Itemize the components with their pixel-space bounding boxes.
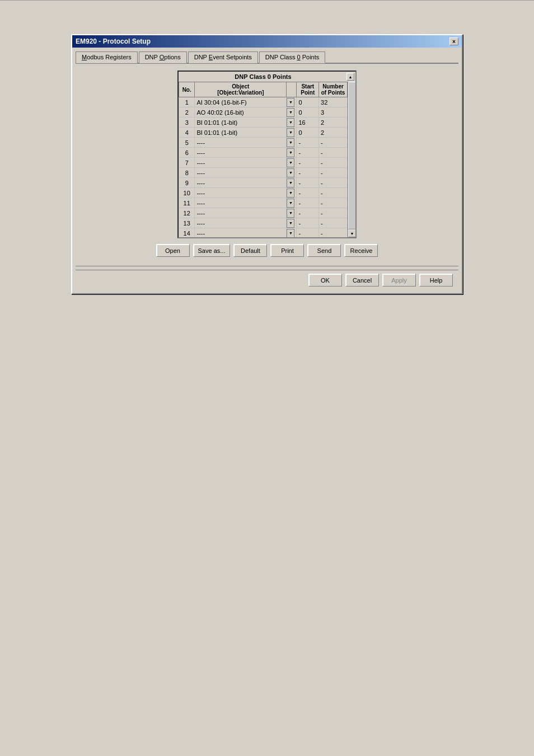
table-row[interactable]: 3 BI 01:01 (1-bit) ▼ 16 2	[179, 118, 348, 128]
table-row[interactable]: 5 ---- ▼ - -	[179, 138, 348, 148]
cell-object-7[interactable]: ----	[195, 158, 287, 168]
table-row[interactable]: 4 BI 01:01 (1-bit) ▼ 0 2	[179, 128, 348, 138]
cell-start-3[interactable]: 16	[297, 118, 319, 128]
cell-start-6[interactable]: -	[297, 148, 319, 158]
cell-no-3: 3	[179, 118, 195, 128]
cell-number-3[interactable]: 2	[319, 118, 348, 128]
cell-start-5[interactable]: -	[297, 138, 319, 148]
cell-dropdown-2[interactable]: ▼	[287, 107, 297, 118]
cell-dropdown-4[interactable]: ▼	[287, 128, 297, 138]
cell-no-2: 2	[179, 107, 195, 118]
cell-dropdown-11[interactable]: ▼	[287, 198, 297, 208]
cell-object-6[interactable]: ----	[195, 148, 287, 158]
table-row[interactable]: 2 AO 40:02 (16-bit) ▼ 0 3	[179, 107, 348, 118]
table-row[interactable]: 11 ---- ▼ - -	[179, 198, 348, 208]
cell-object-10[interactable]: ----	[195, 188, 287, 198]
tab-modbus-label: Modbus Registers	[82, 54, 132, 60]
cell-no-6: 6	[179, 148, 195, 158]
table-row[interactable]: 12 ---- ▼ - -	[179, 208, 348, 218]
table-row[interactable]: 8 ---- ▼ - -	[179, 168, 348, 178]
cell-object-4[interactable]: BI 01:01 (1-bit)	[195, 128, 287, 138]
cell-number-4[interactable]: 2	[319, 128, 348, 138]
cell-start-11[interactable]: -	[297, 198, 319, 208]
cell-no-8: 8	[179, 168, 195, 178]
footer-buttons: OK Cancel Apply Help	[76, 270, 458, 290]
table-row[interactable]: 1 AI 30:04 (16-bit-F) ▼ 0 32	[179, 97, 348, 107]
cell-number-9[interactable]: -	[319, 178, 348, 188]
cell-number-14[interactable]: -	[319, 228, 348, 238]
send-button[interactable]: Send	[307, 244, 341, 257]
cell-no-11: 11	[179, 198, 195, 208]
open-button[interactable]: Open	[156, 244, 190, 257]
receive-button[interactable]: Receive	[344, 244, 378, 257]
table-row[interactable]: 7 ---- ▼ - -	[179, 158, 348, 168]
table-row[interactable]: 9 ---- ▼ - -	[179, 178, 348, 188]
cell-start-13[interactable]: -	[297, 218, 319, 228]
cell-start-4[interactable]: 0	[297, 128, 319, 138]
cell-start-9[interactable]: -	[297, 178, 319, 188]
cell-start-12[interactable]: -	[297, 208, 319, 218]
cell-start-2[interactable]: 0	[297, 107, 319, 118]
cell-dropdown-13[interactable]: ▼	[287, 218, 297, 228]
close-button[interactable]: ×	[449, 37, 458, 45]
cell-object-1[interactable]: AI 30:04 (16-bit-F)	[195, 97, 287, 107]
cell-dropdown-5[interactable]: ▼	[287, 138, 297, 148]
print-button[interactable]: Print	[270, 244, 304, 257]
cell-dropdown-1[interactable]: ▼	[287, 97, 297, 107]
tab-dnp-options[interactable]: DNP Options	[139, 51, 187, 63]
scroll-up-button[interactable]: ▲	[346, 73, 354, 81]
cell-start-14[interactable]: -	[297, 228, 319, 238]
cell-no-1: 1	[179, 97, 195, 107]
cell-dropdown-12[interactable]: ▼	[287, 208, 297, 218]
cell-dropdown-9[interactable]: ▼	[287, 178, 297, 188]
cell-dropdown-8[interactable]: ▼	[287, 168, 297, 178]
cell-object-9[interactable]: ----	[195, 178, 287, 188]
cell-number-2[interactable]: 3	[319, 107, 348, 118]
cell-number-6[interactable]: -	[319, 148, 348, 158]
cell-number-11[interactable]: -	[319, 198, 348, 208]
help-button[interactable]: Help	[419, 274, 453, 287]
cell-object-5[interactable]: ----	[195, 138, 287, 148]
cell-no-5: 5	[179, 138, 195, 148]
cell-start-7[interactable]: -	[297, 158, 319, 168]
cell-number-8[interactable]: -	[319, 168, 348, 178]
ok-button[interactable]: OK	[308, 274, 342, 287]
cell-start-8[interactable]: -	[297, 168, 319, 178]
cell-object-11[interactable]: ----	[195, 198, 287, 208]
tab-modbus-registers[interactable]: Modbus Registers	[76, 51, 138, 63]
cell-number-5[interactable]: -	[319, 138, 348, 148]
cancel-button[interactable]: Cancel	[345, 274, 379, 287]
table-row[interactable]: 14 ---- ▼ - -	[179, 228, 348, 238]
default-button[interactable]: Default	[233, 244, 267, 257]
col-header-start: Start Point	[297, 82, 319, 97]
table-row[interactable]: 13 ---- ▼ - -	[179, 218, 348, 228]
cell-number-12[interactable]: -	[319, 208, 348, 218]
cell-object-2[interactable]: AO 40:02 (16-bit)	[195, 107, 287, 118]
tab-dnp-class0-points[interactable]: DNP Class 0 Points	[259, 51, 325, 63]
scroll-down-button[interactable]: ▼	[348, 229, 356, 237]
cell-object-14[interactable]: ----	[195, 228, 287, 238]
cell-no-12: 12	[179, 208, 195, 218]
apply-button[interactable]: Apply	[382, 274, 416, 287]
cell-dropdown-7[interactable]: ▼	[287, 158, 297, 168]
cell-start-1[interactable]: 0	[297, 97, 319, 107]
cell-dropdown-10[interactable]: ▼	[287, 188, 297, 198]
cell-object-3[interactable]: BI 01:01 (1-bit)	[195, 118, 287, 128]
cell-number-7[interactable]: -	[319, 158, 348, 168]
table-row[interactable]: 10 ---- ▼ - -	[179, 188, 348, 198]
cell-dropdown-3[interactable]: ▼	[287, 118, 297, 128]
cell-object-12[interactable]: ----	[195, 208, 287, 218]
table-row[interactable]: 6 ---- ▼ - -	[179, 148, 348, 158]
tab-dnp-event-setpoints[interactable]: DNP Event Setpoints	[188, 51, 258, 63]
save-as-button[interactable]: Save as...	[193, 244, 231, 257]
cell-dropdown-6[interactable]: ▼	[287, 148, 297, 158]
content-area: DNP Class 0 Points ▲ No.	[76, 68, 458, 266]
col-header-number: Number of Points	[319, 82, 348, 97]
cell-start-10[interactable]: -	[297, 188, 319, 198]
cell-number-10[interactable]: -	[319, 188, 348, 198]
cell-object-13[interactable]: ----	[195, 218, 287, 228]
cell-dropdown-14[interactable]: ▼	[287, 228, 297, 238]
cell-number-1[interactable]: 32	[319, 97, 348, 107]
cell-number-13[interactable]: -	[319, 218, 348, 228]
cell-object-8[interactable]: ----	[195, 168, 287, 178]
